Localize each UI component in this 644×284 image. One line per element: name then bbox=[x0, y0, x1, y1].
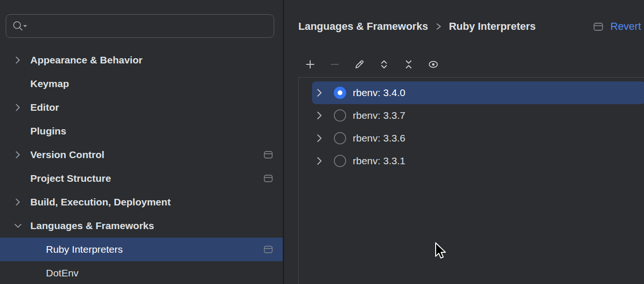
search-options-dropdown-icon bbox=[23, 25, 27, 27]
sidebar-item-appearance-behavior[interactable]: Appearance & Behavior bbox=[0, 48, 283, 72]
pencil-icon bbox=[354, 59, 365, 70]
settings-dialog: Appearance & BehaviorKeymapEditorPlugins… bbox=[0, 0, 644, 284]
chevron-right-icon bbox=[314, 110, 325, 121]
edit-button[interactable] bbox=[354, 59, 365, 70]
interpreter-radio[interactable] bbox=[334, 132, 346, 144]
sidebar-item-editor[interactable]: Editor bbox=[0, 96, 283, 119]
sidebar-item-languages-frameworks[interactable]: Languages & Frameworks bbox=[0, 214, 283, 238]
sidebar-item-build-execution-deployment[interactable]: Build, Execution, Deployment bbox=[0, 190, 283, 214]
per-project-settings-icon bbox=[264, 246, 273, 254]
settings-search-field[interactable] bbox=[6, 14, 274, 38]
interpreter-label: rbenv: 3.3.1 bbox=[353, 155, 405, 167]
minus-icon bbox=[329, 59, 340, 70]
interpreter-row-rbenv-3-3-6[interactable]: rbenv: 3.3.6 bbox=[312, 127, 644, 150]
sidebar-item-label: Plugins bbox=[30, 125, 66, 137]
sidebar-item-label: Ruby Interpreters bbox=[46, 244, 123, 255]
sidebar-item-label: Build, Execution, Deployment bbox=[30, 196, 170, 208]
breadcrumb: Languages & Frameworks Ruby Interpreters bbox=[298, 17, 536, 36]
chevron-right-icon bbox=[13, 102, 23, 113]
expand-toggle[interactable] bbox=[13, 55, 23, 65]
interpreter-row-rbenv-3-3-7[interactable]: rbenv: 3.3.7 bbox=[312, 104, 644, 127]
view-button[interactable] bbox=[428, 59, 439, 70]
expand-toggle[interactable] bbox=[314, 155, 325, 167]
per-project-settings-icon bbox=[264, 151, 273, 159]
collapse-all-button[interactable] bbox=[403, 59, 414, 70]
interpreter-row-rbenv-3-3-1[interactable]: rbenv: 3.3.1 bbox=[312, 150, 644, 172]
interpreters-list: rbenv: 3.4.0rbenv: 3.3.7rbenv: 3.3.6rben… bbox=[298, 77, 644, 284]
chevron-right-icon bbox=[13, 54, 23, 66]
expand-toggle[interactable] bbox=[314, 133, 325, 144]
chevron-right-icon bbox=[13, 196, 23, 208]
sidebar-item-version-control[interactable]: Version Control bbox=[0, 143, 283, 167]
search-icon bbox=[12, 20, 28, 32]
search-input[interactable] bbox=[32, 21, 268, 32]
per-project-settings-icon bbox=[264, 175, 273, 183]
unfold-icon bbox=[378, 59, 390, 70]
expand-toggle[interactable] bbox=[13, 221, 23, 231]
interpreters-toolbar bbox=[304, 59, 439, 70]
interpreter-label: rbenv: 3.3.6 bbox=[353, 133, 405, 144]
sidebar-item-label: Languages & Frameworks bbox=[30, 220, 154, 231]
interpreter-radio[interactable] bbox=[334, 87, 346, 99]
breadcrumb-parent[interactable]: Languages & Frameworks bbox=[298, 20, 428, 33]
sidebar-item-label: Keymap bbox=[30, 78, 69, 89]
breadcrumb-actions: Revert bbox=[593, 17, 641, 36]
interpreter-label: rbenv: 3.4.0 bbox=[353, 87, 405, 98]
settings-sidebar: Appearance & BehaviorKeymapEditorPlugins… bbox=[0, 0, 283, 284]
breadcrumb-chevron-icon bbox=[435, 22, 442, 31]
sidebar-item-plugins[interactable]: Plugins bbox=[0, 119, 283, 143]
sidebar-item-label: Appearance & Behavior bbox=[30, 54, 143, 66]
fold-icon bbox=[403, 59, 414, 70]
chevron-right-icon bbox=[314, 155, 325, 167]
interpreter-row-rbenv-3-4-0[interactable]: rbenv: 3.4.0 bbox=[312, 81, 644, 104]
expand-toggle[interactable] bbox=[314, 87, 325, 98]
sidebar-item-ruby-interpreters[interactable]: Ruby Interpreters bbox=[0, 238, 283, 261]
breadcrumb-current: Ruby Interpreters bbox=[449, 20, 536, 33]
chevron-down-icon bbox=[13, 220, 23, 231]
sidebar-item-label: DotEnv bbox=[46, 267, 79, 279]
per-project-settings-icon bbox=[593, 22, 603, 31]
remove-button bbox=[329, 59, 340, 70]
sidebar-item-label: Project Structure bbox=[30, 173, 111, 184]
chevron-right-icon bbox=[314, 87, 325, 98]
settings-content-pane: Languages & Frameworks Ruby Interpreters… bbox=[284, 0, 644, 284]
interpreter-radio[interactable] bbox=[334, 155, 346, 167]
expand-toggle[interactable] bbox=[314, 110, 325, 121]
chevron-right-icon bbox=[13, 149, 23, 160]
sidebar-item-dotenv[interactable]: DotEnv bbox=[0, 261, 283, 284]
interpreter-radio[interactable] bbox=[334, 109, 346, 122]
sidebar-item-keymap[interactable]: Keymap bbox=[0, 72, 283, 96]
revert-link[interactable]: Revert bbox=[610, 20, 641, 33]
expand-toggle[interactable] bbox=[13, 102, 23, 113]
interpreter-label: rbenv: 3.3.7 bbox=[353, 110, 405, 121]
settings-tree: Appearance & BehaviorKeymapEditorPlugins… bbox=[0, 48, 283, 284]
plus-icon bbox=[304, 59, 316, 70]
add-button[interactable] bbox=[304, 59, 316, 70]
eye-icon bbox=[428, 59, 439, 70]
chevron-right-icon bbox=[314, 133, 325, 144]
expand-all-button[interactable] bbox=[378, 59, 390, 70]
sidebar-item-label: Version Control bbox=[30, 149, 104, 160]
sidebar-item-project-structure[interactable]: Project Structure bbox=[0, 167, 283, 190]
expand-toggle[interactable] bbox=[13, 150, 23, 160]
expand-toggle[interactable] bbox=[13, 197, 23, 207]
sidebar-item-label: Editor bbox=[30, 102, 59, 113]
